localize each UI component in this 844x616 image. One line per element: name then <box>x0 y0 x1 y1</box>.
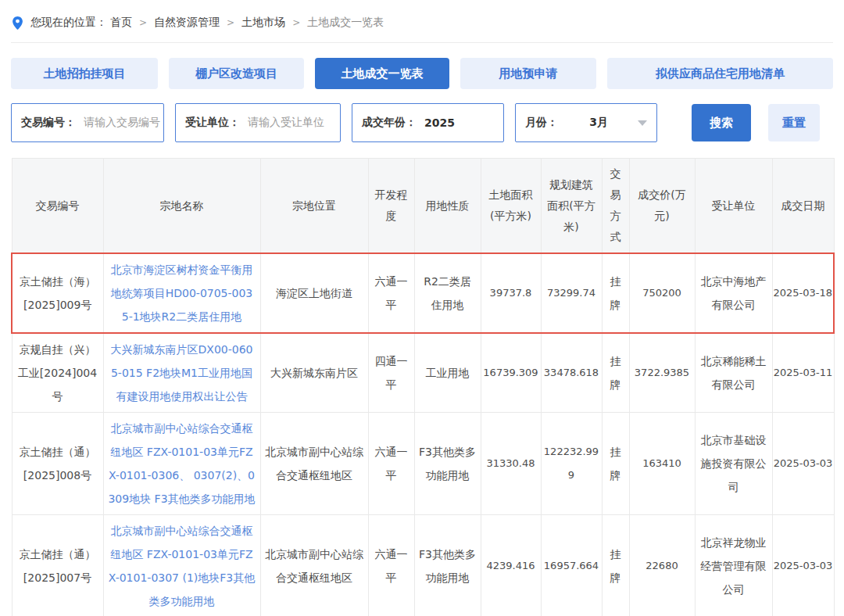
cell-parcel-location: 海淀区上地街道 <box>260 253 368 333</box>
column-header: 宗地位置 <box>260 159 368 254</box>
parcel-name-link[interactable]: 大兴新城东南片区DX00-0605-015 F2地块M1工业用地国有建设用地使用… <box>111 343 253 403</box>
tab-shantytown-renovation[interactable]: 棚户区改造项目 <box>169 58 304 89</box>
cell-development-level: 六通一平 <box>368 515 414 616</box>
column-header: 用地性质 <box>414 159 481 254</box>
cell-transaction-method: 挂牌 <box>602 253 629 333</box>
cell-transaction-no: 京土储挂（通）[2025]008号 <box>12 413 103 515</box>
cell-transaction-date: 2025-03-11 <box>772 333 834 413</box>
tab-land-pre-application[interactable]: 用地预申请 <box>460 58 596 89</box>
transferee-label: 受让单位： <box>185 116 240 130</box>
search-button[interactable]: 搜索 <box>692 104 751 141</box>
column-header: 交易方式 <box>602 159 629 254</box>
tab-bar: 土地招拍挂项目棚户区改造项目土地成交一览表用地预申请拟供应商品住宅用地清单 <box>11 58 833 89</box>
parcel-name-link[interactable]: 北京城市副中心站综合交通枢纽地区 FZX-0101-03单元FZX-0101-0… <box>108 422 255 505</box>
table-row: 京土储挂（通）[2025]008号北京城市副中心站综合交通枢纽地区 FZX-01… <box>12 413 834 515</box>
cell-transaction-method: 挂牌 <box>602 515 629 616</box>
transactions-table: 交易编号宗地名称宗地位置开发程度用地性质土地面积(平方米)规划建筑面积(平方米)… <box>11 158 835 616</box>
column-header: 成交价(万元) <box>629 159 695 254</box>
table-row: 京规自挂（兴）工业[2024]004号大兴新城东南片区DX00-0605-015… <box>12 333 834 413</box>
breadcrumb-separator: > <box>292 17 300 28</box>
cell-land-area: 4239.416 <box>481 515 541 616</box>
tab-land-transactions-list[interactable]: 土地成交一览表 <box>315 58 449 89</box>
reset-button[interactable]: 重置 <box>768 104 820 141</box>
year-value: 2025 <box>424 116 455 129</box>
tab-proposed-residential-land[interactable]: 拟供应商品住宅用地清单 <box>607 58 833 89</box>
cell-planned-building-area: 122232.999 <box>541 413 602 515</box>
month-value: 3月 <box>589 116 608 130</box>
breadcrumb-item: 土地成交一览表 <box>307 16 384 28</box>
transferee-placeholder: 请输入受让单位 <box>248 116 324 130</box>
tab-land-auction-projects[interactable]: 土地招拍挂项目 <box>11 58 158 89</box>
cell-land-area: 16739.309 <box>481 333 541 413</box>
location-pin-icon <box>13 16 23 30</box>
cell-parcel-name: 北京城市副中心站综合交通枢纽地区 FZX-0101-03单元FZX-0101-0… <box>103 413 260 515</box>
page: 您现在的位置： 首页>自然资源管理>土地市场>土地成交一览表 土地招拍挂项目棚户… <box>0 0 844 616</box>
cell-land-area: 31330.48 <box>481 413 541 515</box>
transaction-no-input[interactable]: 交易编号： 请输入交易编号 <box>11 103 164 142</box>
cell-transaction-price: 3722.9385 <box>629 333 695 413</box>
parcel-name-link[interactable]: 北京市海淀区树村资金平衡用地统筹项目HD00-0705-0035-1地块R2二类… <box>111 263 253 323</box>
column-header: 成交日期 <box>772 159 834 254</box>
cell-transaction-no: 京规自挂（兴）工业[2024]004号 <box>12 333 103 413</box>
cell-transaction-date: 2025-03-03 <box>772 515 834 616</box>
cell-transaction-no: 京土储挂（海）[2025]009号 <box>12 253 103 333</box>
cell-parcel-name: 北京城市副中心站综合交通枢纽地区 FZX-0101-03单元FZX-0101-0… <box>103 515 260 616</box>
cell-parcel-name: 大兴新城东南片区DX00-0605-015 F2地块M1工业用地国有建设用地使用… <box>103 333 260 413</box>
cell-planned-building-area: 73299.74 <box>541 253 602 333</box>
breadcrumb-prefix: 您现在的位置： <box>30 16 107 30</box>
cell-development-level: 四通一平 <box>368 333 414 413</box>
breadcrumb-item[interactable]: 首页 <box>110 16 132 28</box>
breadcrumb-divider <box>11 42 833 43</box>
transaction-no-placeholder: 请输入交易编号 <box>84 116 160 130</box>
cell-transaction-date: 2025-03-18 <box>772 253 834 333</box>
cell-development-level: 六通一平 <box>368 413 414 515</box>
month-select[interactable]: 月份： 3月 <box>515 103 657 142</box>
cell-transaction-date: 2025-03-03 <box>772 413 834 515</box>
cell-development-level: 六通一平 <box>368 253 414 333</box>
breadcrumb-item[interactable]: 土地市场 <box>241 16 285 28</box>
cell-parcel-location: 大兴新城东南片区 <box>260 333 368 413</box>
cell-transaction-price: 750200 <box>629 253 695 333</box>
chevron-down-icon <box>638 120 647 126</box>
column-header: 交易编号 <box>12 159 103 254</box>
cell-transaction-no: 京土储挂（通）[2025]007号 <box>12 515 103 616</box>
cell-land-use-type: 工业用地 <box>414 333 481 413</box>
month-label: 月份： <box>525 116 558 130</box>
cell-planned-building-area: 33478.618 <box>541 333 602 413</box>
cell-transaction-method: 挂牌 <box>602 413 629 515</box>
cell-transferee: 北京市基础设施投资有限公司 <box>695 413 772 515</box>
column-header: 宗地名称 <box>103 159 260 254</box>
year-label: 成交年份： <box>362 116 417 130</box>
breadcrumb-item[interactable]: 自然资源管理 <box>154 16 220 28</box>
table-row: 京土储挂（通）[2025]007号北京城市副中心站综合交通枢纽地区 FZX-01… <box>12 515 834 616</box>
cell-transferee: 北京稀能稀土有限公司 <box>695 333 772 413</box>
column-header: 开发程度 <box>368 159 414 254</box>
cell-land-area: 39737.8 <box>481 253 541 333</box>
transferee-input[interactable]: 受让单位： 请输入受让单位 <box>175 103 341 142</box>
column-header: 土地面积(平方米) <box>481 159 541 254</box>
table-row: 京土储挂（海）[2025]009号北京市海淀区树村资金平衡用地统筹项目HD00-… <box>12 253 834 333</box>
parcel-name-link[interactable]: 北京城市副中心站综合交通枢纽地区 FZX-0101-03单元FZX-0101-0… <box>109 525 256 607</box>
cell-land-use-type: F3其他类多功能用地 <box>414 413 481 515</box>
cell-transaction-method: 挂牌 <box>602 333 629 413</box>
cell-transferee: 北京中海地产有限公司 <box>695 253 772 333</box>
cell-parcel-location: 北京城市副中心站综合交通枢纽地区 <box>260 413 368 515</box>
cell-transaction-price: 22680 <box>629 515 695 616</box>
cell-parcel-location: 北京城市副中心站综合交通枢纽地区 <box>260 515 368 616</box>
column-header: 受让单位 <box>695 159 772 254</box>
breadcrumb: 您现在的位置： 首页>自然资源管理>土地市场>土地成交一览表 <box>11 0 833 42</box>
cell-land-use-type: R2二类居住用地 <box>414 253 481 333</box>
breadcrumb-separator: > <box>227 17 234 28</box>
cell-planned-building-area: 16957.664 <box>541 515 602 616</box>
table-header: 交易编号宗地名称宗地位置开发程度用地性质土地面积(平方米)规划建筑面积(平方米)… <box>12 159 834 254</box>
cell-parcel-name: 北京市海淀区树村资金平衡用地统筹项目HD00-0705-0035-1地块R2二类… <box>103 253 260 333</box>
cell-land-use-type: F3其他类多功能用地 <box>414 515 481 616</box>
breadcrumb-separator: > <box>139 17 147 28</box>
cell-transaction-price: 163410 <box>629 413 695 515</box>
breadcrumb-items: 首页>自然资源管理>土地市场>土地成交一览表 <box>110 16 384 30</box>
transaction-no-label: 交易编号： <box>21 116 76 130</box>
year-input[interactable]: 成交年份： 2025 <box>352 103 504 142</box>
column-header: 规划建筑面积(平方米) <box>541 159 602 254</box>
cell-transferee: 北京祥龙物业经营管理有限公司 <box>695 515 772 616</box>
filter-bar: 交易编号： 请输入交易编号 受让单位： 请输入受让单位 成交年份： 2025 月… <box>11 103 833 142</box>
